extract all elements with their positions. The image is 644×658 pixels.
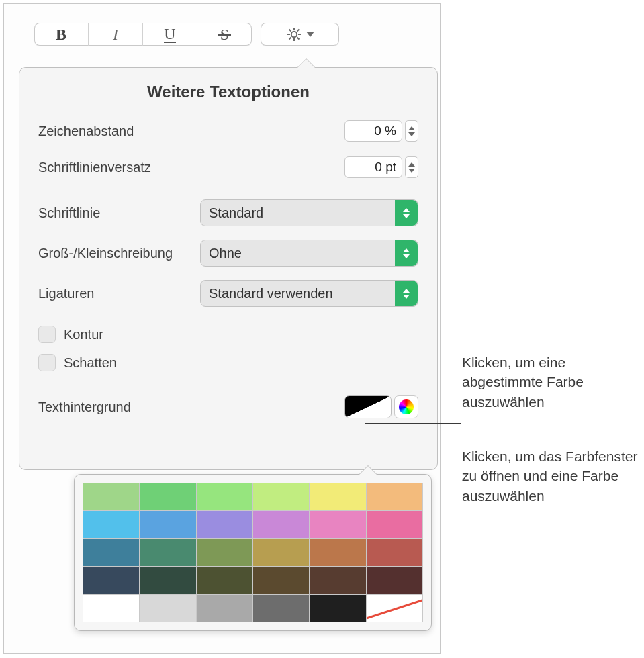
text-background-label: Texthintergrund [38, 399, 131, 415]
color-swatch[interactable] [253, 595, 309, 622]
color-swatch[interactable] [367, 567, 422, 594]
color-swatch[interactable] [83, 539, 139, 566]
outline-checkbox[interactable] [38, 326, 56, 343]
color-swatch[interactable] [197, 539, 252, 566]
callout-line [365, 423, 461, 424]
color-swatch[interactable] [83, 567, 139, 594]
color-swatch[interactable] [197, 483, 252, 510]
capitalization-label: Groß-/Kleinschreibung [38, 246, 173, 261]
select-caret-icon [395, 240, 418, 266]
baseline-row: Schriftlinie Standard [38, 199, 418, 226]
baseline-shift-row: Schriftlinienversatz 0 pt [38, 154, 418, 181]
color-well-button[interactable] [344, 395, 392, 418]
select-caret-icon [395, 200, 418, 226]
ligatures-row: Ligaturen Standard verwenden [38, 280, 418, 307]
char-spacing-arrows[interactable] [405, 120, 418, 142]
color-swatch[interactable] [83, 483, 139, 510]
svg-line-5 [289, 30, 291, 32]
italic-label: I [113, 26, 118, 44]
color-swatch[interactable] [83, 595, 139, 622]
strikethrough-button[interactable]: S [197, 23, 252, 46]
panel-title: Weitere Textoptionen [38, 83, 418, 101]
underline-label: U [164, 26, 175, 43]
arrow-down-icon [408, 169, 415, 173]
arrow-up-icon [408, 162, 415, 167]
text-background-controls [344, 395, 418, 418]
color-swatch[interactable] [310, 539, 365, 566]
callout-color-wheel: Klicken, um das Farbfenster zu öffnen un… [462, 446, 640, 506]
more-options-button[interactable] [261, 23, 339, 46]
ligatures-select[interactable]: Standard verwenden [200, 280, 418, 307]
bold-label: B [56, 26, 66, 44]
svg-point-0 [291, 32, 296, 37]
baseline-shift-stepper[interactable]: 0 pt [344, 156, 418, 178]
color-swatch[interactable] [367, 595, 422, 622]
callout-color-well: Klicken, um eine abgestimmte Farbe auszu… [462, 352, 640, 412]
strikethrough-label: S [220, 26, 229, 44]
capitalization-row: Groß-/Kleinschreibung Ohne [38, 240, 418, 267]
gear-icon [286, 26, 302, 42]
capitalization-value: Ohne [209, 246, 242, 261]
color-swatch[interactable] [310, 567, 365, 594]
shadow-row: Schatten [38, 354, 418, 371]
baseline-shift-value[interactable]: 0 pt [344, 156, 402, 178]
palette-grid [83, 483, 423, 622]
bold-button[interactable]: B [34, 23, 89, 46]
color-wheel-icon [399, 399, 414, 414]
outline-row: Kontur [38, 326, 418, 343]
baseline-label: Schriftlinie [38, 205, 100, 221]
char-spacing-label: Zeichenabstand [38, 124, 134, 139]
color-swatch[interactable] [253, 567, 309, 594]
ligatures-label: Ligaturen [38, 286, 94, 301]
select-caret-icon [395, 281, 418, 306]
svg-line-6 [297, 38, 299, 40]
color-swatch[interactable] [367, 483, 422, 510]
callout-line [430, 465, 461, 465]
baseline-shift-arrows[interactable] [405, 156, 418, 178]
color-swatch[interactable] [310, 483, 365, 510]
color-swatch[interactable] [140, 567, 195, 594]
svg-line-7 [297, 30, 299, 32]
color-swatch[interactable] [140, 539, 195, 566]
color-swatch[interactable] [253, 483, 309, 510]
color-swatch[interactable] [197, 595, 252, 622]
color-swatch[interactable] [367, 539, 422, 566]
underline-button[interactable]: U [143, 23, 197, 46]
color-swatch[interactable] [253, 539, 309, 566]
svg-line-8 [289, 38, 291, 40]
baseline-value: Standard [209, 205, 263, 221]
color-swatch[interactable] [310, 595, 365, 622]
color-swatch[interactable] [140, 511, 195, 538]
shadow-label: Schatten [64, 355, 117, 371]
color-swatch[interactable] [140, 595, 195, 622]
color-picker-button[interactable] [394, 395, 418, 418]
text-style-group: B I U S [34, 23, 252, 46]
color-palette-popover [74, 474, 432, 631]
color-swatch[interactable] [140, 483, 195, 510]
color-swatch[interactable] [310, 511, 365, 538]
char-spacing-row: Zeichenabstand 0 % [38, 117, 418, 144]
shadow-checkbox[interactable] [38, 354, 56, 371]
color-swatch[interactable] [197, 567, 252, 594]
char-spacing-value[interactable]: 0 % [344, 120, 402, 142]
italic-button[interactable]: I [89, 23, 143, 46]
color-swatch[interactable] [367, 511, 422, 538]
arrow-down-icon [408, 132, 415, 136]
baseline-select[interactable]: Standard [200, 199, 418, 226]
ligatures-value: Standard verwenden [209, 286, 333, 301]
chevron-down-icon [306, 32, 314, 37]
color-swatch[interactable] [83, 511, 139, 538]
baseline-shift-label: Schriftlinienversatz [38, 160, 151, 175]
color-swatch[interactable] [197, 511, 252, 538]
app-frame: B I U S Weitere Textoption [3, 3, 441, 654]
text-background-row: Texthintergrund [38, 395, 418, 418]
capitalization-select[interactable]: Ohne [200, 240, 418, 267]
more-text-options-panel: Weitere Textoptionen Zeichenabstand 0 % … [19, 67, 438, 470]
char-spacing-stepper[interactable]: 0 % [344, 120, 418, 142]
outline-label: Kontur [64, 327, 103, 342]
arrow-up-icon [408, 126, 415, 130]
color-swatch[interactable] [253, 511, 309, 538]
